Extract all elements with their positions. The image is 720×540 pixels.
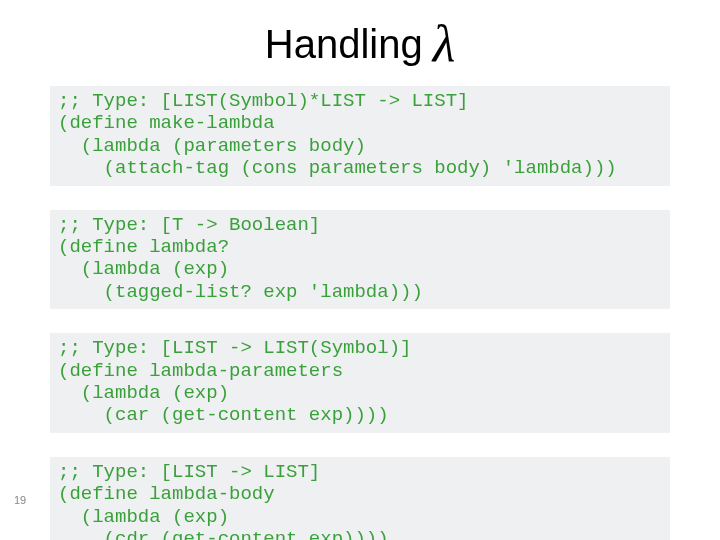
page-number: 19 — [14, 494, 26, 506]
slide-title: Handling λ — [50, 18, 670, 70]
title-text: Handling — [265, 22, 423, 67]
slide: Handling λ ;; Type: [LIST(Symbol)*LIST -… — [0, 0, 720, 540]
code-block-make-lambda: ;; Type: [LIST(Symbol)*LIST -> LIST] (de… — [50, 86, 670, 186]
code-block-lambda-predicate: ;; Type: [T -> Boolean] (define lambda? … — [50, 210, 670, 310]
code-block-lambda-body: ;; Type: [LIST -> LIST] (define lambda-b… — [50, 457, 670, 540]
code-block-lambda-parameters: ;; Type: [LIST -> LIST(Symbol)] (define … — [50, 333, 670, 433]
lambda-icon: λ — [433, 18, 456, 70]
